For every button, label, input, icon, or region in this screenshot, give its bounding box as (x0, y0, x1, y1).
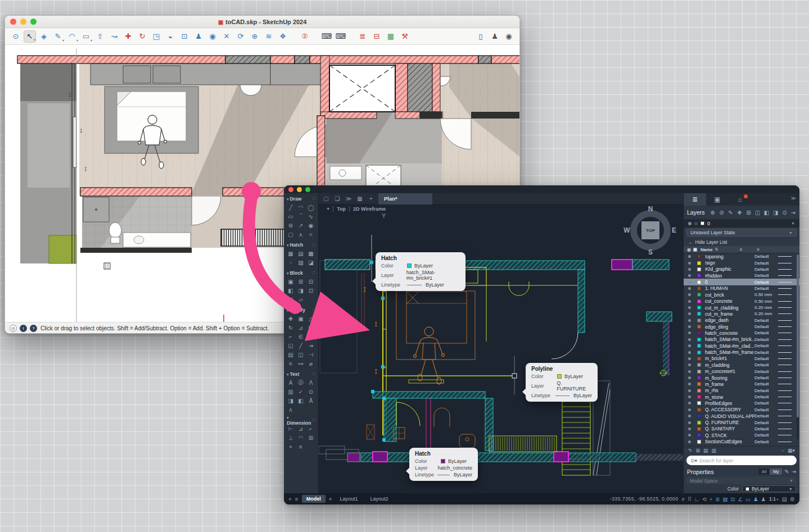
layer-row[interactable]: m_frameDefault (684, 381, 799, 387)
layer-color-swatch[interactable] (697, 293, 701, 297)
layer-status-icon[interactable] (688, 287, 691, 290)
layer-status-icon[interactable] (688, 312, 691, 315)
layer-status-icon[interactable] (688, 274, 691, 277)
layer-color-swatch[interactable] (697, 363, 701, 367)
layer-linetype-sample[interactable] (778, 256, 792, 257)
explode-icon[interactable]: ◫ (296, 350, 306, 359)
orbit-tool[interactable]: ⟳ (234, 30, 247, 43)
layer-row[interactable]: #hiddenDefault (684, 272, 799, 279)
layer-row[interactable]: cut_brick0.50 mm (684, 292, 799, 298)
dim-linear-icon[interactable]: ⊢ (286, 424, 296, 433)
layer-lineweight[interactable]: 0.20 mm (754, 311, 778, 316)
section-plane-tool[interactable]: ◒ (164, 30, 177, 43)
layer-status-icon[interactable] (688, 395, 691, 398)
close-button[interactable] (288, 187, 293, 192)
extension-export[interactable]: ⊟ (370, 30, 383, 43)
layer-lineweight[interactable]: Default (754, 381, 778, 387)
ellipse-icon[interactable]: ⊜ (286, 221, 296, 230)
layer-filter-icon[interactable]: ✎ (688, 448, 693, 453)
layer-group-icon[interactable]: ⊞ (696, 448, 700, 453)
layer-row[interactable]: cut_m_cladding0.20 mm (684, 304, 799, 311)
break-icon[interactable]: ⌀ (306, 359, 316, 368)
settings-gear-icon[interactable]: ⚙ (790, 496, 795, 502)
isodraft-toggle[interactable]: + (709, 496, 713, 502)
viewport-view[interactable]: Top (333, 206, 346, 212)
hide-layer-list-toggle[interactable]: Hide Layer List (684, 238, 799, 246)
boundary-icon[interactable]: ▫ (286, 258, 296, 267)
layer-lineweight[interactable]: Default (754, 362, 778, 367)
layer-table-header[interactable]: ◉ Name ⇅ ≡ ≡ (684, 246, 799, 253)
extend-icon[interactable]: ╱ (296, 341, 306, 350)
layer-linetype-sample[interactable] (778, 269, 792, 270)
mirror-icon[interactable]: △ (306, 314, 316, 323)
layer-row[interactable]: edge_dashDefault (684, 317, 799, 324)
dim-aligned-icon[interactable]: ⊿ (296, 424, 306, 433)
line-icon[interactable]: ╱ (286, 203, 296, 212)
layer-lineweight[interactable]: Default (754, 356, 778, 361)
rotate-tool[interactable]: ↻ (136, 30, 148, 43)
table-icon[interactable]: ▥ (286, 387, 296, 396)
layer-lineweight[interactable]: Default (754, 324, 778, 329)
cad-canvas[interactable]: + Top 2D Wireframe (319, 204, 683, 493)
polyline-icon[interactable]: ◠ (296, 203, 306, 212)
quick-properties-toggle[interactable]: ⊡ (731, 496, 735, 502)
layer-linetype-sample[interactable] (778, 275, 792, 276)
find-icon[interactable]: ⊙ (306, 387, 316, 396)
single-text-icon[interactable]: Ⓐ (296, 378, 306, 387)
layer-lineweight[interactable]: Default (754, 375, 778, 380)
plugin-warning[interactable]: ② (299, 30, 311, 43)
layer-lineweight[interactable]: Default (754, 261, 778, 266)
layer-lineweight[interactable]: Default (754, 267, 778, 272)
layer-row[interactable]: SectionCutEdgesDefault (684, 438, 799, 444)
zoom-tool[interactable]: ⊙ (10, 30, 22, 43)
dim-arc-icon[interactable]: ◠ (296, 433, 306, 442)
position-camera-tool[interactable]: ♟ (192, 30, 205, 43)
layer-status-icon[interactable] (688, 281, 691, 284)
layer-lineweight[interactable]: Default (754, 401, 778, 406)
offset-icon[interactable]: ▤ (286, 350, 296, 359)
layer-lineweight[interactable]: Default (754, 286, 778, 291)
add-icon[interactable]: + (288, 496, 292, 502)
layer-row[interactable]: 1. HUMANDefault (684, 285, 799, 292)
layer-linetype-sample[interactable] (778, 384, 792, 384)
layer-row[interactable]: m_brick#1Default (684, 356, 799, 362)
section-header-draw[interactable]: Draw (284, 195, 318, 202)
scale-tool[interactable]: ◳ (150, 30, 162, 43)
overflow-icon[interactable]: ≫ (345, 195, 352, 202)
layer-lineweight[interactable]: 0.20 mm (754, 305, 778, 310)
layer-status-icon[interactable] (688, 421, 691, 424)
new-document[interactable]: ▯ (474, 30, 487, 43)
layer-linetype-sample[interactable] (778, 339, 792, 340)
new-layout-icon[interactable]: + (329, 496, 332, 502)
spline-icon[interactable]: ∿ (306, 212, 316, 221)
new-drawing-icon[interactable]: + (367, 195, 375, 202)
layer-state-dropdown[interactable]: Unsaved Layer State▼ (686, 229, 797, 237)
layer-linetype-sample[interactable] (778, 263, 792, 263)
polar-toggle[interactable]: ⟲ (702, 496, 707, 502)
zoom-window-tool[interactable]: ⊡ (178, 30, 191, 43)
layer-linetype-sample[interactable] (778, 403, 792, 403)
viewport-style[interactable]: 2D Wireframe (349, 206, 386, 212)
collapse-icon[interactable]: – (781, 448, 784, 453)
layer-row[interactable]: cut_m_frame0.20 mm (684, 311, 799, 317)
region-icon[interactable]: ◪ (306, 258, 316, 267)
zoom-button[interactable] (305, 187, 310, 192)
help-icon[interactable]: ? (30, 325, 37, 332)
layer-linetype-sample[interactable] (778, 301, 792, 302)
layer-status-icon[interactable] (688, 268, 691, 271)
layer-row[interactable]: Q. SANITARYDefault (684, 426, 799, 432)
text-justify-icon[interactable]: ʌ (286, 405, 296, 414)
hatch-pattern-icon[interactable]: ▤ (296, 249, 306, 258)
layer-color-swatch[interactable] (697, 395, 701, 399)
layer-row[interactable]: m_stoneDefault (684, 394, 799, 400)
array-icon[interactable]: ▷ (306, 323, 316, 332)
rectangle-icon[interactable]: ▭ (286, 212, 296, 221)
edit-properties-icon[interactable]: ✎ (784, 469, 789, 475)
layer-status-icon[interactable] (688, 325, 691, 328)
blend-icon[interactable]: ⠿ (306, 332, 316, 341)
layer-color-swatch[interactable] (697, 370, 701, 374)
layer-status-icon[interactable] (688, 255, 691, 258)
layer-row[interactable]: hatch_SMat-#m_clad...Default (684, 343, 799, 349)
layer-lineweight[interactable]: Default (754, 343, 778, 348)
layer-status-icon[interactable] (688, 262, 691, 265)
